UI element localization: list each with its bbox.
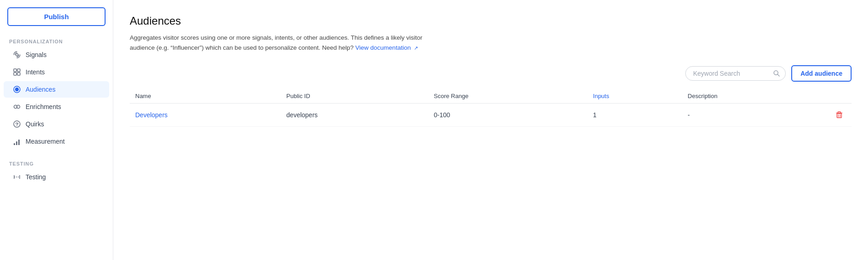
sidebar: Publish PERSONALIZATION Signals Intents <box>0 0 113 260</box>
audiences-table: Name Public ID Score Range Inputs Descri… <box>130 89 852 127</box>
svg-rect-19 <box>836 113 842 114</box>
signals-icon <box>13 51 21 59</box>
col-header-score-range: Score Range <box>429 89 588 104</box>
publish-button[interactable]: Publish <box>7 7 106 26</box>
svg-point-0 <box>16 54 18 56</box>
sidebar-item-intents[interactable]: Intents <box>4 64 109 80</box>
enrichments-icon <box>13 103 21 111</box>
row-public-id: developers <box>281 104 429 127</box>
sidebar-item-enrichments[interactable]: Enrichments <box>4 99 109 115</box>
sidebar-item-intents-label: Intents <box>26 68 45 76</box>
col-header-inputs: Inputs <box>587 89 682 104</box>
search-wrap <box>685 66 786 81</box>
audiences-icon <box>13 85 21 94</box>
row-description: - <box>682 104 824 127</box>
svg-rect-1 <box>14 69 16 72</box>
sidebar-item-quirks[interactable]: Quirks <box>4 116 109 132</box>
sidebar-item-quirks-label: Quirks <box>26 120 44 128</box>
sidebar-item-audiences[interactable]: Audiences <box>4 81 109 98</box>
sidebar-item-signals-label: Signals <box>26 51 47 58</box>
col-header-actions <box>824 89 852 104</box>
sidebar-item-enrichments-label: Enrichments <box>26 103 61 110</box>
sidebar-item-audiences-label: Audiences <box>26 86 55 93</box>
svg-point-6 <box>16 88 19 91</box>
row-name: Developers <box>130 104 281 127</box>
testing-section-label: TESTING <box>0 157 113 168</box>
col-header-description: Description <box>682 89 824 104</box>
audience-name-link[interactable]: Developers <box>135 111 168 119</box>
table-row: Developers developers 0-100 1 - <box>130 104 852 127</box>
quirks-icon <box>13 120 21 128</box>
intents-icon <box>13 68 21 76</box>
sidebar-item-measurement[interactable]: Measurement <box>4 133 109 150</box>
col-header-name: Name <box>130 89 281 104</box>
page-description: Aggregates visitor scores using one or m… <box>130 33 440 52</box>
svg-rect-20 <box>837 114 842 118</box>
sidebar-item-measurement-label: Measurement <box>26 138 65 145</box>
row-score-range: 0-100 <box>429 104 588 127</box>
svg-rect-2 <box>17 69 20 72</box>
col-header-public-id: Public ID <box>281 89 429 104</box>
sidebar-item-testing[interactable]: Testing <box>4 169 109 185</box>
external-link-icon: ↗︎ <box>414 44 418 52</box>
page-title: Audiences <box>130 15 852 27</box>
row-inputs: 1 <box>587 104 682 127</box>
sidebar-item-testing-label: Testing <box>26 173 46 181</box>
testing-icon <box>13 173 21 181</box>
svg-rect-11 <box>14 143 15 145</box>
add-audience-button[interactable]: Add audience <box>791 65 852 82</box>
svg-rect-4 <box>17 73 20 75</box>
search-input[interactable] <box>685 66 786 81</box>
svg-rect-3 <box>14 73 16 75</box>
svg-rect-13 <box>18 140 20 145</box>
main-content: Audiences Aggregates visitor scores usin… <box>113 0 868 260</box>
view-documentation-link[interactable]: View documentation ↗︎ <box>355 44 418 51</box>
sidebar-item-signals[interactable]: Signals <box>4 47 109 63</box>
measurement-icon <box>13 137 21 146</box>
personalization-section-label: PERSONALIZATION <box>0 35 113 46</box>
svg-rect-12 <box>16 141 17 145</box>
delete-audience-button[interactable] <box>832 109 846 121</box>
publish-btn-wrap: Publish <box>0 7 113 35</box>
svg-point-10 <box>16 125 17 126</box>
row-actions <box>824 104 852 127</box>
toolbar: Add audience <box>130 65 852 82</box>
